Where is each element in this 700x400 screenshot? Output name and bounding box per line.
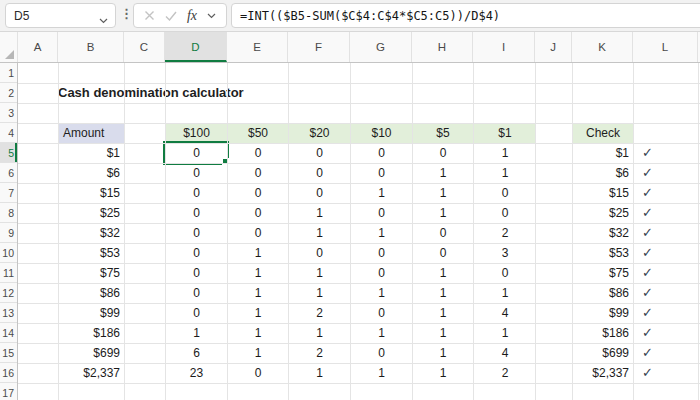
chevron-down-icon[interactable] [99, 13, 108, 27]
cell-B12[interactable]: $86 [59, 284, 124, 304]
cell-H12[interactable]: 1 [413, 284, 474, 304]
cell-F11[interactable]: 1 [289, 264, 351, 284]
column-header-K[interactable]: K [572, 32, 633, 62]
row-header-7[interactable]: 7 [0, 183, 17, 203]
cell-F13[interactable]: 2 [289, 304, 351, 324]
cell-D14[interactable]: 1 [166, 324, 228, 344]
cell-F9[interactable]: 1 [289, 224, 351, 244]
denomination-header-50[interactable]: $50 [228, 124, 289, 143]
cell-I5[interactable]: 1 [474, 144, 536, 164]
selected-cell-outline[interactable] [163, 141, 229, 165]
cell-G16[interactable]: 1 [351, 364, 413, 384]
cell-K13[interactable]: $99 [573, 304, 633, 324]
cell-F8[interactable]: 1 [289, 204, 351, 224]
cell-I6[interactable]: 1 [474, 164, 536, 184]
cell-E14[interactable]: 1 [228, 324, 289, 344]
cell-E13[interactable]: 1 [228, 304, 289, 324]
column-header-D[interactable]: D [165, 32, 227, 62]
cell-K11[interactable]: $75 [573, 264, 633, 284]
cell-B10[interactable]: $53 [59, 244, 124, 264]
cell-D6[interactable]: 0 [166, 164, 228, 184]
cell-E9[interactable]: 0 [228, 224, 289, 244]
cell-D11[interactable]: 0 [166, 264, 228, 284]
cell-I15[interactable]: 4 [474, 344, 536, 364]
name-box[interactable]: D5 [5, 3, 116, 28]
cell-E8[interactable]: 0 [228, 204, 289, 224]
cell-G9[interactable]: 1 [351, 224, 413, 244]
cell-G8[interactable]: 0 [351, 204, 413, 224]
row-header-10[interactable]: 10 [0, 243, 17, 263]
cell-K14[interactable]: $186 [573, 324, 633, 344]
cell-F15[interactable]: 2 [289, 344, 351, 364]
cell-G13[interactable]: 0 [351, 304, 413, 324]
cell-D8[interactable]: 0 [166, 204, 228, 224]
row-header-14[interactable]: 14 [0, 323, 17, 343]
cell-K16[interactable]: $2,337 [573, 364, 633, 384]
cell-G7[interactable]: 1 [351, 184, 413, 204]
cell-B13[interactable]: $99 [59, 304, 124, 324]
formula-input[interactable]: =INT(($B5-SUM($C$4:C$4*$C5:C5))/D$4) [231, 3, 700, 28]
denomination-header-1[interactable]: $1 [474, 124, 536, 143]
cell-I8[interactable]: 0 [474, 204, 536, 224]
cell-E7[interactable]: 0 [228, 184, 289, 204]
column-header-A[interactable]: A [18, 32, 58, 62]
cell-G11[interactable]: 0 [351, 264, 413, 284]
cell-H11[interactable]: 1 [413, 264, 474, 284]
cell-B7[interactable]: $15 [59, 184, 124, 204]
cell-I10[interactable]: 3 [474, 244, 536, 264]
cell-D9[interactable]: 0 [166, 224, 228, 244]
cell-G10[interactable]: 0 [351, 244, 413, 264]
cell-I11[interactable]: 0 [474, 264, 536, 284]
cell-K15[interactable]: $699 [573, 344, 633, 364]
row-header-4[interactable]: 4 [0, 123, 17, 143]
column-header-C[interactable]: C [124, 32, 165, 62]
cell-K5[interactable]: $1 [573, 144, 633, 164]
column-header-I[interactable]: I [473, 32, 535, 62]
cell-F7[interactable]: 0 [289, 184, 351, 204]
cell-B14[interactable]: $186 [59, 324, 124, 344]
column-header-L[interactable]: L [633, 32, 698, 62]
cell-I9[interactable]: 2 [474, 224, 536, 244]
cell-B16[interactable]: $2,337 [59, 364, 124, 384]
chevron-down-icon[interactable] [207, 4, 216, 27]
cell-H6[interactable]: 1 [413, 164, 474, 184]
row-header-5[interactable]: 5 [0, 143, 17, 163]
cell-E15[interactable]: 1 [228, 344, 289, 364]
cell-H9[interactable]: 0 [413, 224, 474, 244]
cell-H15[interactable]: 1 [413, 344, 474, 364]
row-header-17[interactable]: 17 [0, 383, 17, 400]
cell-F12[interactable]: 1 [289, 284, 351, 304]
column-header-B[interactable]: B [58, 32, 124, 62]
column-header-J[interactable]: J [535, 32, 572, 62]
cell-K12[interactable]: $86 [573, 284, 633, 304]
row-header-8[interactable]: 8 [0, 203, 17, 223]
row-header-3[interactable]: 3 [0, 103, 17, 123]
cell-B6[interactable]: $6 [59, 164, 124, 184]
row-header-13[interactable]: 13 [0, 303, 17, 323]
cell-B8[interactable]: $25 [59, 204, 124, 224]
row-header-1[interactable]: 1 [0, 63, 17, 83]
row-header-11[interactable]: 11 [0, 263, 17, 283]
cell-F16[interactable]: 1 [289, 364, 351, 384]
cell-G15[interactable]: 0 [351, 344, 413, 364]
cell-K7[interactable]: $15 [573, 184, 633, 204]
cell-F5[interactable]: 0 [289, 144, 351, 164]
cancel-icon[interactable] [144, 4, 155, 27]
cell-I16[interactable]: 2 [474, 364, 536, 384]
cell-K9[interactable]: $32 [573, 224, 633, 244]
cell-I14[interactable]: 1 [474, 324, 536, 344]
select-all-corner[interactable] [0, 32, 18, 62]
cell-H5[interactable]: 0 [413, 144, 474, 164]
denomination-header-20[interactable]: $20 [289, 124, 351, 143]
cell-D12[interactable]: 0 [166, 284, 228, 304]
row-header-16[interactable]: 16 [0, 363, 17, 383]
row-header-9[interactable]: 9 [0, 223, 17, 243]
insert-function-button[interactable]: fx [187, 4, 197, 27]
cell-G12[interactable]: 1 [351, 284, 413, 304]
cell-H13[interactable]: 1 [413, 304, 474, 324]
column-header-E[interactable]: E [227, 32, 288, 62]
denomination-header-10[interactable]: $10 [351, 124, 413, 143]
cell-G6[interactable]: 0 [351, 164, 413, 184]
cell-E12[interactable]: 1 [228, 284, 289, 304]
cell-G5[interactable]: 0 [351, 144, 413, 164]
